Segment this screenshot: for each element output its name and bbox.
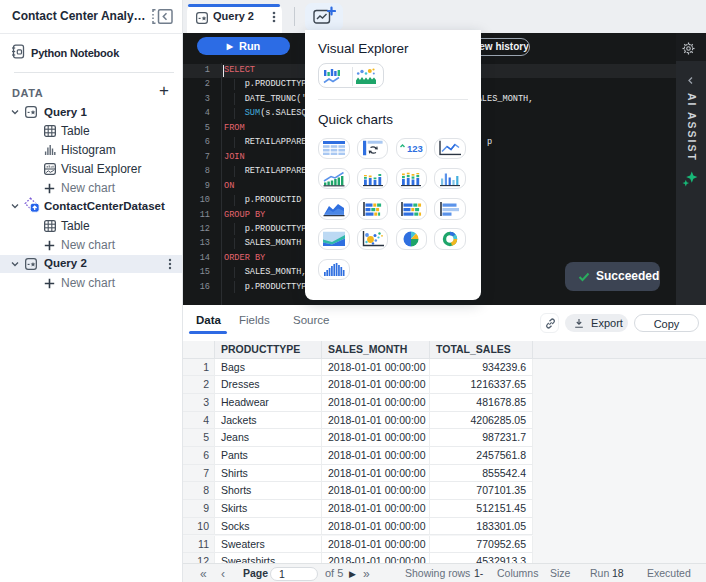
svg-text:123: 123 — [407, 143, 423, 153]
